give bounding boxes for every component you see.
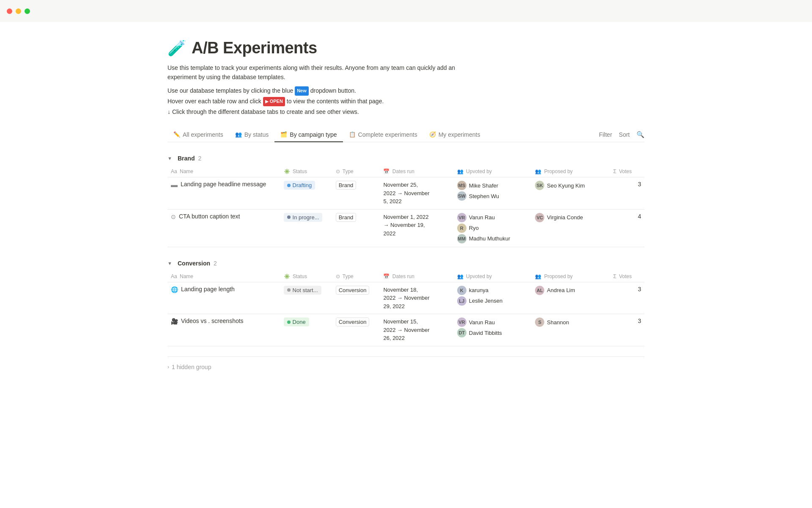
people2-icon: 👥 — [535, 273, 541, 279]
row-title: Videos vs . screenshots — [181, 318, 244, 324]
col-header-type: ⊙ Type — [332, 166, 380, 177]
col-header-upvoted: 👥 Upvoted by — [454, 166, 532, 177]
people-icon: 👥 — [457, 168, 464, 174]
votes-cell: 3 — [610, 282, 645, 314]
person-name: karunya — [469, 287, 488, 293]
conversion-group-count: 2 — [214, 260, 217, 267]
person-name: Madhu Muthukur — [469, 235, 510, 242]
person-name: Virginia Conde — [547, 214, 583, 221]
row-name: 🎥 Videos vs . screenshots — [171, 318, 277, 325]
compass-icon: 🧭 — [429, 131, 436, 138]
people-icon: 👥 — [457, 273, 464, 279]
type-icon: ⊙ — [336, 168, 340, 174]
avatar: VC — [535, 213, 544, 222]
type-badge: Conversion — [336, 286, 370, 295]
col-header-upvoted: 👥 Upvoted by — [454, 271, 532, 282]
avatar: AL — [535, 286, 544, 295]
maximize-button[interactable] — [25, 8, 30, 14]
conversion-group-toggle: ▼ — [167, 261, 174, 266]
person-name: Leslie Jensen — [469, 298, 503, 304]
brand-group-count: 2 — [198, 155, 201, 162]
col-header-dates: 📅 Dates run — [380, 271, 453, 282]
row-icon-globe: 🌐 — [171, 286, 178, 293]
dates-cell: November 25,2022 → November5, 2022 — [383, 181, 450, 206]
person-name: David Tibbitts — [469, 330, 502, 336]
brand-group-header[interactable]: ▼ Brand 2 — [167, 152, 645, 164]
row-icon-circle: ⊙ — [171, 213, 176, 220]
row-name: ⊙ CTA button caption text — [171, 213, 277, 220]
person-name: Stephen Wu — [469, 193, 499, 199]
calendar-icon: 📅 — [383, 273, 390, 279]
conversion-group-header[interactable]: ▼ Conversion 2 — [167, 257, 645, 269]
conversion-group: ▼ Conversion 2 Aa Name ✳️ Status ⊙ — [167, 257, 645, 346]
clipboard-icon: 📋 — [349, 131, 356, 138]
status-badge-done: Done — [284, 318, 309, 326]
tab-my-experiments[interactable]: 🧭 My experiments — [423, 128, 486, 142]
sigma-icon: Σ — [613, 168, 616, 174]
votes-cell: 3 — [610, 177, 645, 210]
brand-group: ▼ Brand 2 Aa Name ✳️ Status ⊙ Type — [167, 152, 645, 247]
avatar: LJ — [457, 296, 466, 306]
hidden-group-row[interactable]: › 1 hidden group — [167, 357, 645, 374]
dates-cell: November 18,2022 → November29, 2022 — [383, 286, 450, 311]
person-row: MS Mike Shafer — [457, 181, 529, 190]
person-row: S Shannon — [535, 318, 606, 327]
type-badge: Brand — [336, 213, 357, 222]
table-row: ⊙ CTA button caption text In progre... B… — [167, 209, 645, 247]
brand-table-header-row: Aa Name ✳️ Status ⊙ Type 📅 Dates run — [167, 166, 645, 177]
upvoted-list: MS Mike Shafer SW Stephen Wu — [457, 181, 529, 201]
conversion-table: Aa Name ✳️ Status ⊙ Type 📅 Dates run — [167, 271, 645, 346]
close-button[interactable] — [7, 8, 12, 14]
sigma-icon: Σ — [613, 273, 616, 279]
filter-button[interactable]: Filter — [599, 131, 612, 138]
avatar: MM — [457, 234, 466, 243]
page-description: Use this template to track your experime… — [167, 63, 645, 82]
folder-icon: 🗂️ — [280, 131, 287, 138]
type-icon: ⊙ — [336, 273, 340, 279]
page-icon: 🧪 — [167, 41, 187, 56]
pencil-icon: ✏️ — [173, 131, 180, 138]
table-row: ▬ Landing page headline message Drafting… — [167, 177, 645, 210]
col-header-votes: Σ Votes — [610, 271, 645, 282]
row-name: ▬ Landing page headline message — [171, 181, 277, 189]
col-header-status: ✳️ Status — [280, 166, 332, 177]
proposed-list: VC Virginia Conde — [535, 213, 606, 222]
person-row: LJ Leslie Jensen — [457, 296, 529, 306]
person-row: VR Varun Rau — [457, 213, 529, 222]
upvoted-list: VR Varun Rau DT David Tibbitts — [457, 318, 529, 337]
person-name: Ryo — [469, 225, 479, 231]
person-row: SK Seo Kyung Kim — [535, 181, 606, 190]
tab-by-campaign-type[interactable]: 🗂️ By campaign type — [274, 128, 343, 142]
avatar: K — [457, 286, 466, 295]
row-title: Landing page length — [181, 286, 235, 293]
tab-all-experiments[interactable]: ✏️ All experiments — [167, 128, 229, 142]
avatar: SK — [535, 181, 544, 190]
sort-button[interactable]: Sort — [619, 131, 630, 138]
minimize-button[interactable] — [16, 8, 21, 14]
aa-icon: Aa — [171, 273, 177, 279]
person-row: R Ryo — [457, 224, 529, 233]
tab-by-status[interactable]: 👥 By status — [229, 128, 275, 142]
person-row: SW Stephen Wu — [457, 191, 529, 201]
aa-icon: Aa — [171, 168, 177, 174]
proposed-list: AL Andrea Lim — [535, 286, 606, 295]
avatar: VR — [457, 213, 466, 222]
search-button[interactable]: 🔍 — [636, 131, 645, 138]
status-icon: ✳️ — [284, 168, 290, 174]
person-name: Varun Rau — [469, 319, 495, 326]
tab-complete-experiments[interactable]: 📋 Complete experiments — [343, 128, 423, 142]
titlebar — [0, 0, 812, 22]
row-title: Landing page headline message — [181, 181, 266, 188]
avatar: MS — [457, 181, 466, 190]
group-icon: 👥 — [235, 131, 242, 138]
status-dot — [287, 288, 291, 292]
status-icon: ✳️ — [284, 273, 290, 279]
votes-cell: 3 — [610, 314, 645, 346]
tabs-left: ✏️ All experiments 👥 By status 🗂️ By cam… — [167, 128, 599, 142]
col-header-proposed: 👥 Proposed by — [532, 271, 610, 282]
status-dot — [287, 320, 291, 324]
person-row: VC Virginia Conde — [535, 213, 606, 222]
person-name: Mike Shafer — [469, 182, 498, 189]
row-title: CTA button caption text — [179, 213, 240, 220]
type-badge: Conversion — [336, 318, 370, 326]
